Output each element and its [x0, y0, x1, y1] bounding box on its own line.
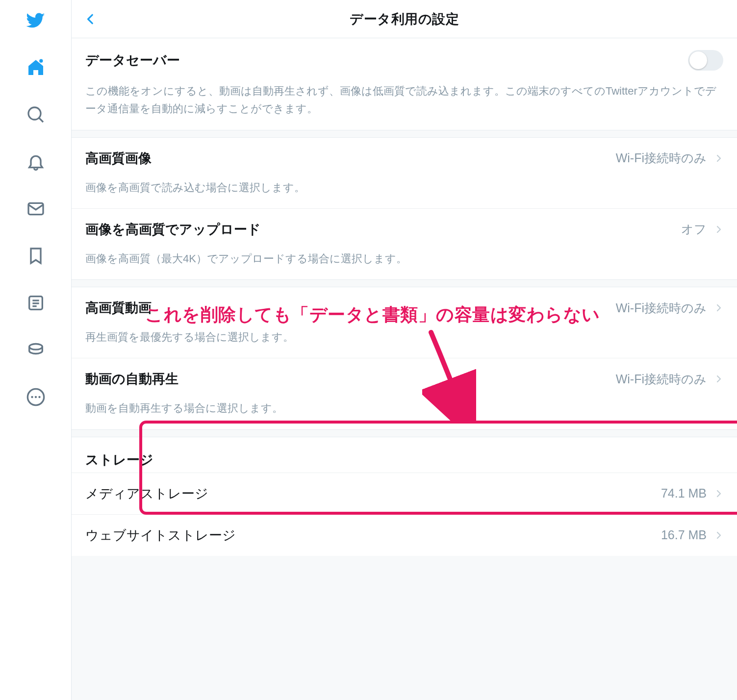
video-autoplay-row[interactable]: 動画の自動再生 Wi-Fi接続時のみ [72, 358, 737, 400]
svg-point-8 [29, 344, 42, 350]
twitter-logo-icon[interactable] [26, 11, 46, 30]
website-storage-row[interactable]: ウェブサイトストレージ 16.7 MB [72, 514, 737, 556]
high-quality-video-label: 高画質動画 [85, 299, 152, 317]
high-quality-images-value: Wi-Fi接続時のみ [616, 150, 707, 166]
messages-icon[interactable] [26, 199, 46, 219]
svg-point-10 [31, 396, 33, 398]
chevron-right-icon [714, 223, 723, 236]
chevron-right-icon [714, 528, 723, 542]
home-icon[interactable] [26, 58, 46, 77]
chevron-right-icon [714, 487, 723, 500]
search-icon[interactable] [26, 105, 46, 125]
website-storage-label: ウェブサイトストレージ [85, 526, 236, 544]
sidebar [0, 0, 71, 700]
data-saver-label: データセーバー [85, 51, 180, 69]
lists-icon[interactable] [26, 293, 46, 313]
media-storage-value: 74.1 MB [661, 486, 707, 500]
chevron-right-icon [714, 372, 723, 386]
data-saver-description: この機能をオンにすると、動画は自動再生されず、画像は低画質で読み込まれます。この… [72, 82, 737, 130]
video-autoplay-value: Wi-Fi接続時のみ [616, 371, 707, 387]
video-section: 高画質動画 Wi-Fi接続時のみ 再生画質を最優先する場合に選択します。 動画の… [72, 287, 737, 429]
upload-high-quality-label: 画像を高画質でアップロード [85, 221, 261, 238]
data-saver-toggle[interactable] [688, 50, 723, 71]
upload-high-quality-row[interactable]: 画像を高画質でアップロード オフ [72, 208, 737, 250]
storage-header: ストレージ [72, 437, 737, 473]
more-icon[interactable] [26, 387, 46, 407]
video-autoplay-desc: 動画を自動再生する場合に選択します。 [72, 400, 737, 429]
settings-content: データ利用の設定 データセーバー この機能をオンにすると、動画は自動再生されず、… [71, 0, 737, 700]
app-root: データ利用の設定 データセーバー この機能をオンにすると、動画は自動再生されず、… [0, 0, 737, 700]
notifications-icon[interactable] [26, 152, 46, 172]
video-autoplay-label: 動画の自動再生 [85, 370, 178, 388]
high-quality-images-row[interactable]: 高画質画像 Wi-Fi接続時のみ [72, 138, 737, 179]
media-storage-row[interactable]: メディアストレージ 74.1 MB [72, 473, 737, 514]
svg-line-2 [39, 118, 43, 122]
page-title: データ利用の設定 [110, 10, 737, 28]
high-quality-video-row[interactable]: 高画質動画 Wi-Fi接続時のみ [72, 287, 737, 328]
high-quality-images-desc: 画像を高画質で読み込む場合に選択します。 [72, 179, 737, 208]
high-quality-video-value: Wi-Fi接続時のみ [616, 300, 707, 316]
topics-icon[interactable] [26, 340, 46, 360]
section-gap [72, 279, 737, 287]
data-saver-section: データセーバー この機能をオンにすると、動画は自動再生されず、画像は低画質で読み… [72, 38, 737, 130]
header: データ利用の設定 [72, 0, 737, 38]
upload-high-quality-desc: 画像を高画質（最大4K）でアップロードする場合に選択します。 [72, 250, 737, 279]
high-quality-images-label: 高画質画像 [85, 150, 152, 167]
svg-point-11 [34, 396, 36, 398]
media-storage-label: メディアストレージ [85, 485, 208, 502]
data-saver-row: データセーバー [72, 38, 737, 82]
back-button[interactable] [72, 0, 110, 38]
chevron-right-icon [714, 151, 723, 165]
svg-point-1 [28, 107, 41, 120]
svg-point-0 [39, 59, 43, 63]
image-section: 高画質画像 Wi-Fi接続時のみ 画像を高画質で読み込む場合に選択します。 画像… [72, 138, 737, 280]
upload-high-quality-value: オフ [681, 221, 707, 237]
bookmarks-icon[interactable] [26, 246, 46, 266]
section-gap [72, 130, 737, 138]
website-storage-value: 16.7 MB [661, 528, 707, 542]
storage-section: ストレージ メディアストレージ 74.1 MB ウェブサイトストレージ 16.7… [72, 437, 737, 556]
high-quality-video-desc: 再生画質を最優先する場合に選択します。 [72, 328, 737, 358]
chevron-right-icon [714, 301, 723, 315]
svg-point-12 [38, 396, 40, 398]
section-gap [72, 429, 737, 437]
